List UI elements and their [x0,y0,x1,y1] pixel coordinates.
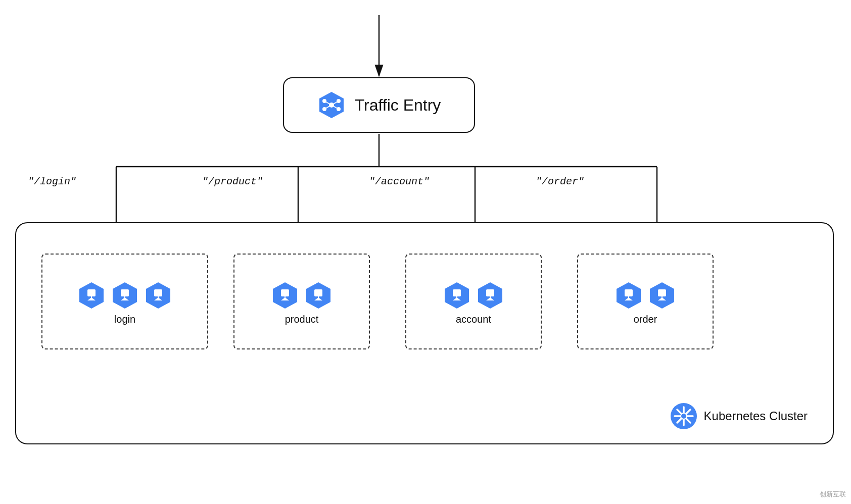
product-service-label: product [285,314,319,330]
account-service-label: account [456,314,491,330]
svg-rect-47 [625,289,633,296]
order-pods [606,273,684,314]
order-pod-2 [648,281,676,310]
svg-rect-51 [658,289,666,296]
svg-rect-31 [281,289,289,296]
traffic-entry-node: Traffic Entry [283,77,475,133]
account-pods [435,273,512,314]
product-pods [263,273,341,314]
order-pod-1 [614,281,643,310]
k8s-cluster-box: login product [15,222,834,444]
product-service-box: product [233,254,370,349]
product-pod-2 [304,281,333,310]
login-pods [69,273,180,314]
account-service-box: account [405,254,542,349]
login-pod-3 [144,281,172,310]
kubernetes-icon [671,403,697,429]
svg-rect-23 [121,289,129,296]
account-pod-1 [443,281,471,310]
traffic-entry-label: Traffic Entry [355,96,441,115]
diagram-container: Traffic Entry "/login" "/product" "/acco… [0,0,851,504]
login-service-box: login [41,254,208,349]
login-pod-1 [77,281,106,310]
route-account: "/account" [369,176,430,187]
svg-rect-43 [486,289,494,296]
login-service-label: login [114,314,135,330]
svg-rect-27 [154,289,162,296]
account-pod-2 [476,281,504,310]
svg-rect-19 [87,289,96,296]
order-service-label: order [634,314,657,330]
cluster-label-text: Kubernetes Cluster [704,409,808,423]
cluster-label-container: Kubernetes Cluster [671,403,808,429]
order-service-box: order [577,254,714,349]
route-order: "/order" [536,176,584,187]
route-login: "/login" [28,176,76,187]
watermark: 创新互联 [820,490,846,499]
traffic-entry-icon [317,91,346,119]
svg-rect-39 [453,289,461,296]
login-pod-2 [111,281,139,310]
svg-point-64 [681,413,687,419]
svg-rect-35 [314,289,322,296]
product-pod-1 [271,281,299,310]
route-product: "/product" [202,176,263,187]
